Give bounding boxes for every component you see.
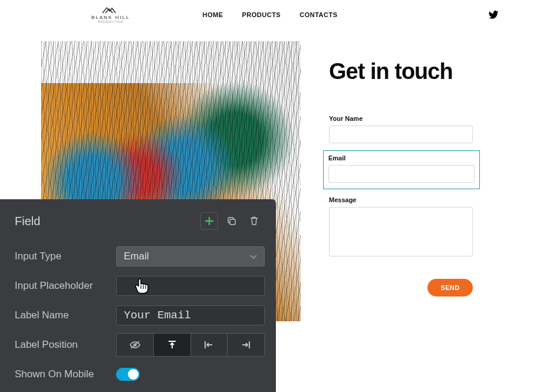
row-input-type: Input Type Email — [15, 242, 265, 271]
panel-actions — [200, 212, 263, 230]
contact-form: Get in touch Your Name Email Message SEN… — [329, 59, 473, 297]
eye-off-icon — [129, 341, 141, 349]
placeholder-input[interactable] — [116, 276, 265, 296]
align-top-icon — [167, 340, 177, 350]
svg-rect-1 — [230, 219, 235, 225]
message-label: Message — [329, 196, 473, 203]
main-nav: HOME PRODUCTS CONTACTS — [202, 11, 337, 18]
row-shown-mobile: Shown On Mobile — [15, 360, 265, 389]
form-field-message: Message — [329, 196, 473, 259]
field-editor-panel: Field Input Type Email — [0, 199, 276, 392]
position-right-button[interactable] — [228, 333, 265, 357]
form-field-name: Your Name — [329, 115, 473, 143]
label-position-segmented — [116, 333, 265, 357]
email-input[interactable] — [328, 165, 475, 183]
placeholder-label: Input Placeholder — [15, 280, 116, 292]
position-hidden-button[interactable] — [116, 333, 154, 357]
message-input[interactable] — [329, 207, 473, 256]
logo[interactable]: BLANK HILL PRODUCTION — [91, 6, 130, 24]
row-placeholder: Input Placeholder — [15, 271, 265, 301]
copy-icon — [227, 216, 236, 226]
logo-mountains-icon — [102, 6, 120, 14]
contact-title: Get in touch — [329, 59, 473, 84]
row-label-position: Label Position — [15, 330, 265, 360]
twitter-icon[interactable] — [488, 9, 499, 22]
form-field-email[interactable]: Email — [323, 150, 480, 189]
label-name-label: Label Name — [15, 309, 116, 321]
nav-contacts[interactable]: CONTACTS — [299, 11, 337, 18]
trash-icon — [250, 216, 258, 226]
position-top-button[interactable] — [154, 333, 191, 357]
shown-mobile-toggle[interactable] — [116, 368, 140, 381]
position-left-button[interactable] — [191, 333, 228, 357]
send-button[interactable]: SEND — [427, 279, 473, 297]
copy-button[interactable] — [223, 212, 241, 230]
input-type-value: Email — [124, 251, 149, 262]
align-left-icon — [204, 340, 213, 350]
chevron-down-icon — [250, 251, 257, 262]
nav-home[interactable]: HOME — [202, 11, 223, 18]
align-right-icon — [241, 340, 251, 350]
shown-mobile-label: Shown On Mobile — [15, 368, 116, 380]
panel-header: Field — [0, 199, 276, 238]
logo-text: BLANK HILL — [91, 15, 130, 20]
panel-body: Input Type Email Input Placeholder Label… — [0, 238, 276, 389]
label-position-label: Label Position — [15, 339, 116, 351]
label-name-input[interactable] — [116, 305, 265, 325]
row-label-name: Label Name — [15, 301, 265, 330]
input-type-label: Input Type — [15, 251, 116, 262]
nav-products[interactable]: PRODUCTS — [242, 11, 281, 18]
panel-title: Field — [15, 215, 40, 228]
email-label: Email — [328, 154, 475, 162]
input-type-select[interactable]: Email — [116, 246, 265, 266]
name-input[interactable] — [329, 126, 473, 143]
site-header: BLANK HILL PRODUCTION HOME PRODUCTS CONT… — [0, 0, 540, 29]
add-button[interactable] — [200, 212, 218, 230]
logo-subtext: PRODUCTION — [98, 20, 124, 24]
delete-button[interactable] — [245, 212, 263, 230]
name-label: Your Name — [329, 115, 473, 122]
plus-icon — [205, 217, 213, 225]
